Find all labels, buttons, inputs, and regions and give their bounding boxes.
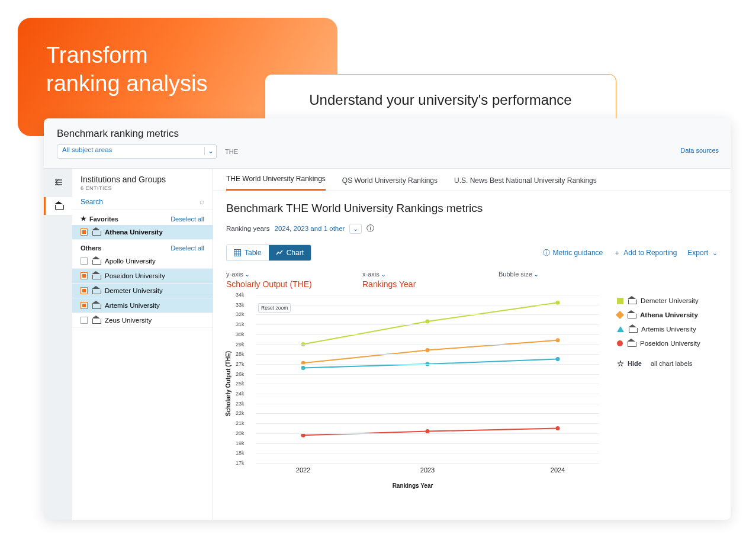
page-title: Benchmark ranking metrics <box>57 128 718 140</box>
svg-point-11 <box>301 366 306 370</box>
y-tick: 33k <box>236 302 245 308</box>
institution-row[interactable]: Artemis University <box>72 298 213 313</box>
checkbox[interactable] <box>81 272 88 279</box>
legend-marker <box>617 298 623 304</box>
table-view-button[interactable]: Table <box>227 245 269 260</box>
entity-count: 6 ENTITIES <box>81 185 204 191</box>
legend-label: Poseidon University <box>640 340 700 347</box>
institution-icon <box>92 317 100 324</box>
checkbox[interactable] <box>81 287 88 294</box>
info-icon[interactable]: ⓘ <box>366 223 374 234</box>
institution-row[interactable]: Poseidon University <box>72 269 213 284</box>
deselect-favorites-link[interactable]: Deselect all <box>171 215 204 223</box>
tab-qs[interactable]: QS World University Rankings <box>342 176 438 191</box>
y-tick: 31k <box>236 321 245 327</box>
view-toggle: Table Chart <box>226 244 311 261</box>
institution-row[interactable]: Zeus University <box>72 313 213 328</box>
main-heading: Benchmark THE World University Rankings … <box>226 202 718 215</box>
axis-config-row: y-axis⌄ Scholarly Output (THE) x-axis⌄ R… <box>226 271 718 289</box>
institution-icon <box>92 229 100 236</box>
tab-usnews[interactable]: U.S. News Best National University Ranki… <box>454 176 597 191</box>
institution-name: Poseidon University <box>105 272 165 279</box>
x-tick: 2022 <box>296 466 310 474</box>
y-tick: 30k <box>236 332 245 337</box>
tab-the[interactable]: THE World University Rankings <box>226 175 326 191</box>
hide-labels-toggle[interactable]: Hide all chart labels <box>617 360 718 367</box>
legend-label: Artemis University <box>641 326 696 333</box>
institution-row[interactable]: Apollo University <box>72 254 213 269</box>
y-tick: 26k <box>236 371 245 377</box>
y-tick: 24k <box>236 391 245 397</box>
data-sources-link[interactable]: Data sources <box>680 147 719 154</box>
x-axis-value: Rankings Year <box>362 279 463 289</box>
export-button[interactable]: Export ⌄ <box>687 249 718 257</box>
svg-point-6 <box>426 320 430 324</box>
deselect-others-link[interactable]: Deselect all <box>171 244 204 252</box>
ranking-years-link[interactable]: 2024, 2023 and 1 other <box>275 225 345 232</box>
metric-guidance-link[interactable]: ⓘ Metric guidance <box>543 248 603 258</box>
x-axis-title: Rankings Year <box>393 482 433 489</box>
chart-view-button[interactable]: Chart <box>269 245 311 260</box>
institution-row[interactable]: Demeter University <box>72 284 213 298</box>
ranking-years-dropdown[interactable]: ⌄ <box>349 224 362 234</box>
app-header: Benchmark ranking metrics All subject ar… <box>44 118 731 159</box>
legend-item[interactable]: Demeter University <box>617 297 718 304</box>
others-label: Others <box>81 244 101 252</box>
institution-icon <box>92 302 100 309</box>
x-tick: 2024 <box>551 466 565 474</box>
legend-item[interactable]: Athena University <box>617 311 718 318</box>
institution-icon <box>628 298 636 304</box>
institution-icon <box>628 312 635 318</box>
y-tick: 23k <box>236 401 245 407</box>
svg-point-16 <box>556 426 560 430</box>
svg-point-13 <box>556 357 560 361</box>
y-axis-selector[interactable]: y-axis⌄ <box>226 271 327 278</box>
y-tick: 21k <box>236 420 245 426</box>
main-panel: THE World University Rankings QS World U… <box>213 169 731 520</box>
legend-item[interactable]: Artemis University <box>617 326 718 333</box>
institution-name: Zeus University <box>105 317 152 324</box>
checkbox[interactable] <box>81 317 88 324</box>
checkbox[interactable] <box>81 302 88 309</box>
svg-point-10 <box>556 338 560 342</box>
institution-icon <box>92 273 100 279</box>
chevron-down-icon: ⌄ <box>712 249 718 257</box>
institution-icon <box>92 288 100 294</box>
legend-marker <box>617 326 624 332</box>
checkbox[interactable] <box>81 228 88 236</box>
y-tick: 22k <box>236 410 245 416</box>
institution-row[interactable]: Athena University <box>72 225 213 240</box>
y-axis-title: Scholarly Output (THE) <box>225 351 231 416</box>
ranking-tabs: THE World University Rankings QS World U… <box>213 169 731 191</box>
y-tick: 27k <box>236 361 245 367</box>
favorites-label: ★ Favorites <box>81 215 118 223</box>
app-window: Benchmark ranking metrics All subject ar… <box>44 118 731 520</box>
left-rail <box>44 169 72 520</box>
ranking-years-row: Ranking years 2024, 2023 and 1 other ⌄ ⓘ <box>226 223 718 234</box>
x-axis-selector[interactable]: x-axis⌄ <box>362 271 463 278</box>
sidebar-title: Institutions and Groups <box>81 175 204 184</box>
bubble-size-selector[interactable]: Bubble size⌄ <box>499 271 599 278</box>
toolbar: Table Chart ⓘ Metric guidance ＋ Add to R… <box>226 244 718 261</box>
institution-name: Athena University <box>105 228 163 236</box>
provider-label: THE <box>225 148 238 155</box>
institutions-rail-button[interactable] <box>44 197 72 215</box>
legend-label: Demeter University <box>641 297 699 304</box>
svg-point-9 <box>426 348 430 352</box>
collapse-sidebar-button[interactable] <box>49 173 67 191</box>
sidebar: Institutions and Groups 6 ENTITIES ⌕ ★ F… <box>72 169 213 520</box>
checkbox[interactable] <box>81 258 88 265</box>
search-input[interactable] <box>81 198 196 206</box>
institution-icon <box>55 203 63 210</box>
add-to-reporting-button[interactable]: ＋ Add to Reporting <box>613 248 677 258</box>
search-icon: ⌕ <box>200 197 204 206</box>
chevron-down-icon: ⌄ <box>204 147 214 155</box>
subject-area-select[interactable]: All subject areas ⌄ <box>57 144 217 159</box>
subject-row: All subject areas ⌄ THE <box>57 144 718 159</box>
y-tick: 32k <box>236 311 245 317</box>
y-tick: 29k <box>236 342 245 347</box>
legend-item[interactable]: Poseidon University <box>617 340 718 347</box>
institution-name: Artemis University <box>105 302 160 309</box>
chart-svg <box>256 295 599 463</box>
y-tick: 34k <box>236 292 245 298</box>
